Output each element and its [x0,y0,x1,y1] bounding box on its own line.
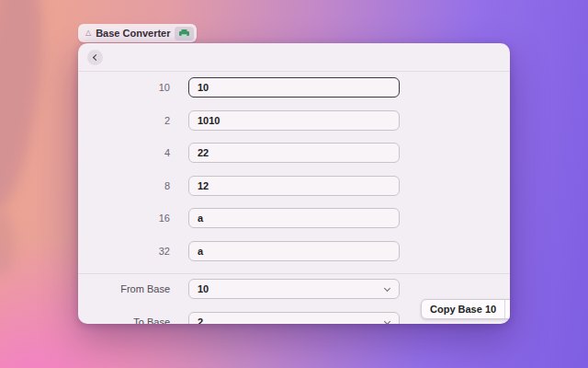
base-label-4: 4 [78,143,170,163]
from-base-select[interactable]: 10 [188,279,400,299]
base-label-16: 16 [78,208,170,228]
copy-base-button[interactable]: Copy Base 10 [422,300,504,318]
base-input-8[interactable] [188,176,400,196]
print-button[interactable] [175,27,194,40]
base-input-4[interactable] [188,143,400,163]
base-label-10: 10 [78,77,170,98]
section-divider [78,273,510,274]
tab-title: Base Converter [96,28,170,39]
desktop-background: △ Base Converter 10 2 4 8 16 32 [0,0,588,368]
chevron-left-icon [93,54,99,61]
paint-blob-decoration-small [0,210,15,276]
to-base-label: To Base [78,312,170,324]
app-icon: △ [85,29,91,37]
to-base-value: 2 [198,316,203,324]
base-input-10[interactable] [188,77,400,98]
printer-icon [179,29,189,38]
from-base-label: From Base [78,279,170,299]
chevron-down-icon [384,285,390,292]
window-tab[interactable]: △ Base Converter [78,24,197,42]
terminal-icon[interactable]: >_ [504,300,510,318]
header-divider [78,71,510,72]
paint-blob-decoration [0,0,53,215]
base-input-2[interactable] [188,110,400,131]
to-base-select[interactable]: 2 [188,312,400,324]
window-header [78,43,510,72]
base-label-8: 8 [78,176,170,196]
base-label-32: 32 [78,241,170,261]
from-base-value: 10 [198,283,209,294]
back-button[interactable] [87,50,103,65]
chevron-down-icon [384,318,390,324]
base-input-16[interactable] [188,208,400,228]
base-input-32[interactable] [188,241,400,261]
copy-base-button-group: Copy Base 10 >_ [421,299,510,319]
base-converter-window: 10 2 4 8 16 32 From Base 10 To Base 2 Co… [78,43,510,324]
base-label-2: 2 [78,110,170,131]
